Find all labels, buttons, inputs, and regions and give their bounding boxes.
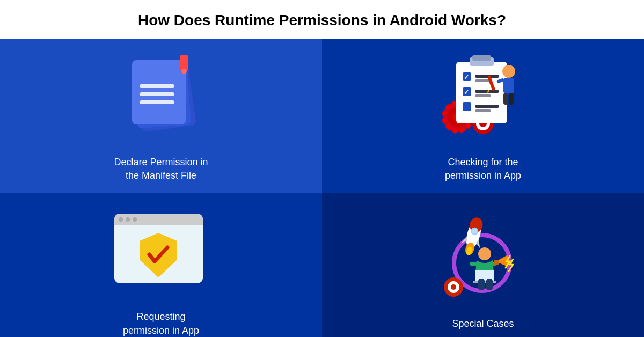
svg-point-38 xyxy=(478,247,491,260)
cell-requesting: Requestingpermission in App xyxy=(0,193,322,337)
svg-rect-20 xyxy=(475,109,491,112)
svg-rect-45 xyxy=(486,279,493,290)
svg-point-21 xyxy=(502,65,515,78)
special-cases-icon xyxy=(436,212,530,306)
svg-rect-17 xyxy=(475,94,491,97)
header: How Does Runtime Permissions in Android … xyxy=(0,0,644,39)
page-title: How Does Runtime Permissions in Android … xyxy=(138,12,506,29)
cell-declare-label: Declare Permission inthe Manifest File xyxy=(114,156,208,182)
cell-special: Special Cases xyxy=(322,193,644,337)
svg-rect-43 xyxy=(494,260,499,265)
svg-text:✓: ✓ xyxy=(464,74,469,81)
checklist-icon: ✓ ✓ xyxy=(440,51,526,145)
svg-text:✓: ✓ xyxy=(464,89,469,96)
svg-rect-16 xyxy=(475,90,499,93)
icon-area-checking: ✓ ✓ xyxy=(435,49,531,146)
doc-stack-icon xyxy=(129,60,193,135)
cell-checking-label: Checking for thepermission in App xyxy=(445,156,521,182)
cell-declare: Declare Permission inthe Manifest File xyxy=(0,39,322,193)
content-grid: Declare Permission inthe Manifest File xyxy=(0,39,644,337)
browser-shield-icon xyxy=(114,214,208,291)
svg-rect-22 xyxy=(503,78,514,94)
icon-area-special xyxy=(435,211,531,307)
svg-rect-18 xyxy=(463,102,471,111)
svg-rect-12 xyxy=(475,75,499,78)
svg-rect-39 xyxy=(470,262,478,266)
icon-area-declare xyxy=(113,49,209,146)
svg-rect-9 xyxy=(472,55,491,61)
cell-checking: ✓ ✓ xyxy=(322,39,644,193)
cell-special-label: Special Cases xyxy=(452,317,514,331)
svg-point-31 xyxy=(451,284,456,290)
svg-rect-19 xyxy=(475,105,499,108)
svg-rect-44 xyxy=(478,279,485,290)
svg-rect-24 xyxy=(509,93,514,105)
svg-rect-23 xyxy=(503,93,508,105)
icon-area-requesting xyxy=(113,204,209,301)
cell-requesting-label: Requestingpermission in App xyxy=(123,310,199,337)
